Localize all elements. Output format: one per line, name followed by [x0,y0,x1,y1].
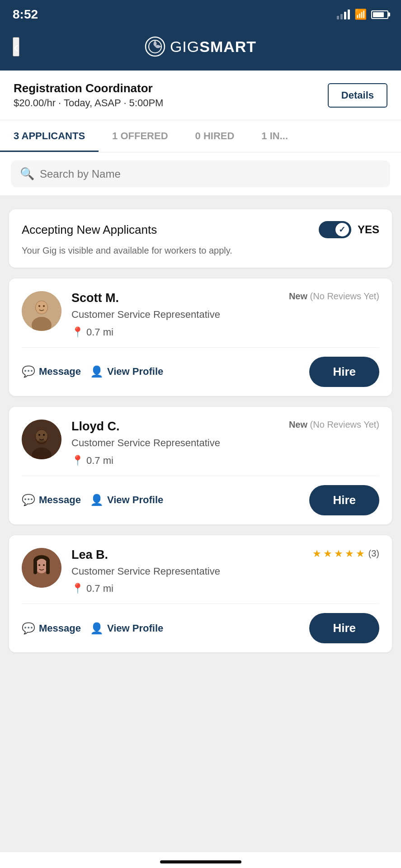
star-3-lea: ★ [334,548,343,560]
applicant-name-row-scott: Scott M. New (No Reviews Yet) [71,291,379,305]
profile-icon-lloyd: 👤 [90,494,104,506]
svg-point-13 [43,434,45,436]
applicant-card-lea: Lea B. ★ ★ ★ ★ ★ (3) Customer Service Re… [9,535,392,653]
tab-offered[interactable]: 1 OFFERED [99,120,181,152]
status-icons: 📶 [337,9,388,20]
toggle-switch[interactable]: ✓ [319,221,351,238]
applicant-actions-scott: 💬 Message 👤 View Profile Hire [9,348,392,396]
applicant-role-lea: Customer Service Representative [71,565,379,579]
toggle-check-icon: ✓ [339,225,345,235]
toggle-right: ✓ YES [319,221,379,238]
applicant-details-lloyd: Lloyd C. New (No Reviews Yet) Customer S… [71,420,379,467]
applicant-info-lea: Lea B. ★ ★ ★ ★ ★ (3) Customer Service Re… [9,535,392,604]
tab-hired[interactable]: 0 HIRED [182,120,248,152]
status-bar: 8:52 📶 [0,0,401,27]
header: ‹ GIGSMART [0,27,401,71]
star-count-lea: (3) [368,548,379,559]
logo-text: GIGSMART [170,38,256,56]
star-4-lea: ★ [345,548,354,560]
applicant-card-lloyd: Lloyd C. New (No Reviews Yet) Customer S… [9,407,392,524]
message-button-lea[interactable]: 💬 Message [22,622,81,635]
hire-button-lloyd[interactable]: Hire [309,485,379,515]
svg-point-17 [35,559,48,573]
hire-button-scott[interactable]: Hire [309,357,379,387]
message-icon-lea: 💬 [22,622,35,635]
pin-icon-lea: 📍 [71,583,84,594]
back-button[interactable]: ‹ [13,37,19,57]
applicant-actions-lloyd: 💬 Message 👤 View Profile Hire [9,476,392,524]
job-info: Registration Coordinator $20.00/hr · Tod… [14,81,163,109]
search-icon: 🔍 [20,167,34,181]
profile-icon-scott: 👤 [90,365,104,378]
applicant-name-scott: Scott M. [71,291,119,305]
applicant-info-scott: Scott M. New (No Reviews Yet) Customer S… [9,278,392,347]
applicant-status-lloyd: New (No Reviews Yet) [289,420,379,430]
message-icon-lloyd: 💬 [22,494,35,506]
tabs-container: 3 APPLICANTS 1 OFFERED 0 HIRED 1 IN... [0,120,401,152]
view-profile-button-scott[interactable]: 👤 View Profile [90,365,163,378]
toggle-description: Your Gig is visible and available for wo… [22,245,379,256]
job-title: Registration Coordinator [14,81,163,95]
search-container: 🔍 [0,152,401,196]
toggle-label: Accepting New Applicants [22,223,157,237]
applicant-card-scott: Scott M. New (No Reviews Yet) Customer S… [9,278,392,396]
status-time: 8:52 [13,7,38,22]
svg-point-12 [38,434,40,436]
applicant-actions-lea: 💬 Message 👤 View Profile Hire [9,604,392,652]
applicant-details-lea: Lea B. ★ ★ ★ ★ ★ (3) Customer Service Re… [71,548,379,595]
applicant-distance-lea: 📍 0.7 mi [71,583,379,594]
applicant-role-lloyd: Customer Service Representative [71,436,379,450]
tab-in-progress[interactable]: 1 IN... [248,120,302,152]
logo-icon [145,36,165,57]
search-box: 🔍 [11,160,390,187]
avatar-lea [22,548,61,588]
pin-icon-scott: 📍 [71,326,84,338]
toggle-yes-label: YES [358,223,379,236]
home-indicator [0,852,401,868]
applicant-status-scott: New (No Reviews Yet) [289,291,379,302]
battery-icon [371,10,388,19]
details-button[interactable]: Details [328,83,387,108]
star-5-lea: ★ [356,548,365,560]
applicant-info-lloyd: Lloyd C. New (No Reviews Yet) Customer S… [9,407,392,476]
svg-point-5 [36,301,47,314]
toggle-knob: ✓ [335,223,349,236]
svg-rect-19 [46,561,50,574]
wifi-icon: 📶 [354,9,367,20]
applicant-name-lloyd: Lloyd C. [71,420,120,434]
profile-icon-lea: 👤 [90,622,104,635]
svg-point-20 [38,564,40,566]
applicant-distance-scott: 📍 0.7 mi [71,326,379,338]
svg-point-6 [38,305,40,307]
applicant-role-scott: Customer Service Representative [71,308,379,322]
message-button-lloyd[interactable]: 💬 Message [22,494,81,506]
job-info-bar: Registration Coordinator $20.00/hr · Tod… [0,71,401,120]
toggle-card: Accepting New Applicants ✓ YES Your Gig … [9,209,392,268]
star-2-lea: ★ [323,548,332,560]
logo: GIGSMART [145,36,256,57]
svg-point-21 [43,564,45,566]
message-button-scott[interactable]: 💬 Message [22,365,81,378]
toggle-row: Accepting New Applicants ✓ YES [22,221,379,238]
home-bar [160,860,241,863]
tab-applicants[interactable]: 3 APPLICANTS [0,120,99,152]
applicant-name-row-lea: Lea B. ★ ★ ★ ★ ★ (3) [71,548,379,562]
svg-point-7 [43,305,45,307]
avatar-scott [22,291,61,331]
search-input[interactable] [40,168,381,180]
applicant-distance-lloyd: 📍 0.7 mi [71,455,379,467]
main-content: Accepting New Applicants ✓ YES Your Gig … [0,196,401,704]
view-profile-button-lloyd[interactable]: 👤 View Profile [90,494,163,506]
view-profile-button-lea[interactable]: 👤 View Profile [90,622,163,635]
svg-rect-18 [33,561,37,574]
pin-icon-lloyd: 📍 [71,455,84,467]
svg-point-14 [37,440,46,444]
signal-icon [337,9,350,19]
stars-row-lea: ★ ★ ★ ★ ★ (3) [312,548,379,560]
job-details: $20.00/hr · Today, ASAP · 5:00PM [14,97,163,109]
hire-button-lea[interactable]: Hire [309,613,379,643]
applicant-name-row-lloyd: Lloyd C. New (No Reviews Yet) [71,420,379,434]
star-1-lea: ★ [312,548,321,560]
avatar-lloyd [22,420,61,459]
applicant-details-scott: Scott M. New (No Reviews Yet) Customer S… [71,291,379,338]
